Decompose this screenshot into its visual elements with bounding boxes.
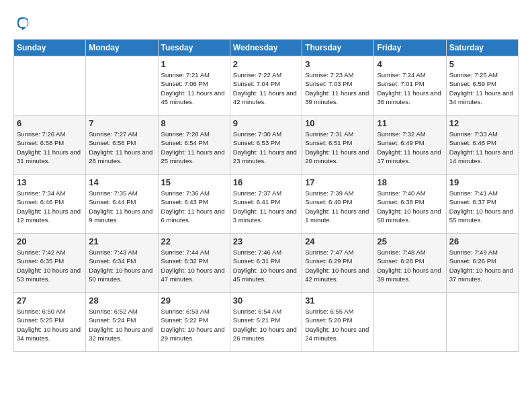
day-info: Sunrise: 7:41 AM Sunset: 6:37 PM Dayligh… [449,189,515,224]
header-wednesday: Wednesday [230,40,302,56]
day-info: Sunrise: 7:23 AM Sunset: 7:03 PM Dayligh… [305,71,371,106]
day-number: 17 [305,177,371,187]
day-info: Sunrise: 7:37 AM Sunset: 6:41 PM Dayligh… [233,189,299,224]
day-info: Sunrise: 7:48 AM Sunset: 6:28 PM Dayligh… [377,248,443,283]
calendar-cell: 21Sunrise: 7:43 AM Sunset: 6:34 PM Dayli… [86,234,158,293]
day-number: 20 [17,236,83,246]
calendar-table: SundayMondayTuesdayWednesdayThursdayFrid… [13,39,519,352]
calendar-cell: 19Sunrise: 7:41 AM Sunset: 6:37 PM Dayli… [446,175,518,234]
day-number: 6 [17,118,83,128]
day-number: 8 [161,118,227,128]
calendar-cell: 24Sunrise: 7:47 AM Sunset: 6:29 PM Dayli… [302,234,374,293]
day-info: Sunrise: 7:31 AM Sunset: 6:51 PM Dayligh… [305,130,371,165]
day-info: Sunrise: 7:22 AM Sunset: 7:04 PM Dayligh… [233,71,299,106]
day-info: Sunrise: 6:53 AM Sunset: 5:22 PM Dayligh… [161,307,227,342]
day-info: Sunrise: 7:35 AM Sunset: 6:44 PM Dayligh… [89,189,154,224]
day-info: Sunrise: 7:27 AM Sunset: 6:56 PM Dayligh… [89,130,154,165]
calendar-cell: 3Sunrise: 7:23 AM Sunset: 7:03 PM Daylig… [302,56,374,116]
header-monday: Monday [86,40,158,56]
calendar-cell: 17Sunrise: 7:39 AM Sunset: 6:40 PM Dayli… [302,175,374,234]
day-number: 29 [161,295,227,306]
day-number: 30 [233,295,299,306]
day-number: 15 [161,177,227,187]
day-info: Sunrise: 7:44 AM Sunset: 6:32 PM Dayligh… [161,248,227,283]
day-info: Sunrise: 6:50 AM Sunset: 5:25 PM Dayligh… [17,307,83,342]
day-info: Sunrise: 7:30 AM Sunset: 6:53 PM Dayligh… [233,130,299,165]
day-info: Sunrise: 7:34 AM Sunset: 6:46 PM Dayligh… [17,189,83,224]
day-info: Sunrise: 7:49 AM Sunset: 6:26 PM Dayligh… [449,248,515,283]
day-number: 5 [449,59,515,69]
day-number: 14 [89,177,154,187]
day-info: Sunrise: 7:24 AM Sunset: 7:01 PM Dayligh… [377,71,443,106]
calendar-cell: 26Sunrise: 7:49 AM Sunset: 6:26 PM Dayli… [446,234,518,293]
calendar-cell [446,293,518,352]
day-number: 22 [161,236,227,246]
header-thursday: Thursday [302,40,374,56]
logo [13,13,35,32]
day-number: 4 [377,59,443,69]
calendar-cell: 22Sunrise: 7:44 AM Sunset: 6:32 PM Dayli… [158,234,230,293]
day-info: Sunrise: 7:43 AM Sunset: 6:34 PM Dayligh… [89,248,154,283]
calendar-cell: 18Sunrise: 7:40 AM Sunset: 6:38 PM Dayli… [374,175,446,234]
day-number: 21 [89,236,154,246]
day-info: Sunrise: 7:42 AM Sunset: 6:35 PM Dayligh… [17,248,83,283]
week-row-5: 27Sunrise: 6:50 AM Sunset: 5:25 PM Dayli… [14,293,519,352]
calendar-cell: 2Sunrise: 7:22 AM Sunset: 7:04 PM Daylig… [230,56,302,116]
day-number: 24 [305,236,371,246]
page-header [13,13,519,32]
day-number: 11 [377,118,443,128]
week-row-3: 13Sunrise: 7:34 AM Sunset: 6:46 PM Dayli… [14,175,519,234]
day-info: Sunrise: 6:54 AM Sunset: 5:21 PM Dayligh… [233,307,299,342]
calendar-cell: 12Sunrise: 7:33 AM Sunset: 6:48 PM Dayli… [446,116,518,175]
day-number: 23 [233,236,299,246]
day-number: 18 [377,177,443,187]
calendar-cell: 8Sunrise: 7:28 AM Sunset: 6:54 PM Daylig… [158,116,230,175]
calendar-cell: 29Sunrise: 6:53 AM Sunset: 5:22 PM Dayli… [158,293,230,352]
calendar-cell: 27Sunrise: 6:50 AM Sunset: 5:25 PM Dayli… [14,293,86,352]
calendar-cell: 23Sunrise: 7:46 AM Sunset: 6:31 PM Dayli… [230,234,302,293]
day-info: Sunrise: 7:33 AM Sunset: 6:48 PM Dayligh… [449,130,515,165]
calendar-cell: 7Sunrise: 7:27 AM Sunset: 6:56 PM Daylig… [86,116,158,175]
calendar-cell: 16Sunrise: 7:37 AM Sunset: 6:41 PM Dayli… [230,175,302,234]
header-tuesday: Tuesday [158,40,230,56]
calendar-cell: 30Sunrise: 6:54 AM Sunset: 5:21 PM Dayli… [230,293,302,352]
calendar-cell: 5Sunrise: 7:25 AM Sunset: 6:59 PM Daylig… [446,56,518,116]
day-info: Sunrise: 7:46 AM Sunset: 6:31 PM Dayligh… [233,248,299,283]
calendar-cell: 1Sunrise: 7:21 AM Sunset: 7:06 PM Daylig… [158,56,230,116]
day-number: 3 [305,59,371,69]
calendar-cell: 14Sunrise: 7:35 AM Sunset: 6:44 PM Dayli… [86,175,158,234]
calendar-cell [374,293,446,352]
day-info: Sunrise: 6:55 AM Sunset: 5:20 PM Dayligh… [305,307,371,342]
calendar-cell: 31Sunrise: 6:55 AM Sunset: 5:20 PM Dayli… [302,293,374,352]
calendar-cell: 25Sunrise: 7:48 AM Sunset: 6:28 PM Dayli… [374,234,446,293]
day-number: 9 [233,118,299,128]
day-number: 12 [449,118,515,128]
calendar-cell [86,56,158,116]
calendar-cell: 9Sunrise: 7:30 AM Sunset: 6:53 PM Daylig… [230,116,302,175]
day-info: Sunrise: 7:40 AM Sunset: 6:38 PM Dayligh… [377,189,443,224]
calendar-cell: 11Sunrise: 7:32 AM Sunset: 6:49 PM Dayli… [374,116,446,175]
day-info: Sunrise: 7:28 AM Sunset: 6:54 PM Dayligh… [161,130,227,165]
day-info: Sunrise: 7:36 AM Sunset: 6:43 PM Dayligh… [161,189,227,224]
day-number: 7 [89,118,154,128]
week-row-2: 6Sunrise: 7:26 AM Sunset: 6:58 PM Daylig… [14,116,519,175]
day-number: 2 [233,59,299,69]
calendar-cell: 20Sunrise: 7:42 AM Sunset: 6:35 PM Dayli… [14,234,86,293]
logo-icon [13,13,32,32]
day-number: 16 [233,177,299,187]
calendar-cell: 10Sunrise: 7:31 AM Sunset: 6:51 PM Dayli… [302,116,374,175]
day-number: 10 [305,118,371,128]
calendar-cell: 28Sunrise: 6:52 AM Sunset: 5:24 PM Dayli… [86,293,158,352]
day-info: Sunrise: 7:21 AM Sunset: 7:06 PM Dayligh… [161,71,227,106]
calendar-header-row: SundayMondayTuesdayWednesdayThursdayFrid… [14,40,519,56]
day-info: Sunrise: 7:39 AM Sunset: 6:40 PM Dayligh… [305,189,371,224]
week-row-4: 20Sunrise: 7:42 AM Sunset: 6:35 PM Dayli… [14,234,519,293]
day-info: Sunrise: 7:47 AM Sunset: 6:29 PM Dayligh… [305,248,371,283]
header-sunday: Sunday [14,40,86,56]
day-info: Sunrise: 6:52 AM Sunset: 5:24 PM Dayligh… [89,307,154,342]
calendar-cell: 6Sunrise: 7:26 AM Sunset: 6:58 PM Daylig… [14,116,86,175]
calendar-cell: 4Sunrise: 7:24 AM Sunset: 7:01 PM Daylig… [374,56,446,116]
calendar-cell: 15Sunrise: 7:36 AM Sunset: 6:43 PM Dayli… [158,175,230,234]
day-number: 27 [17,295,83,306]
day-info: Sunrise: 7:26 AM Sunset: 6:58 PM Dayligh… [17,130,83,165]
